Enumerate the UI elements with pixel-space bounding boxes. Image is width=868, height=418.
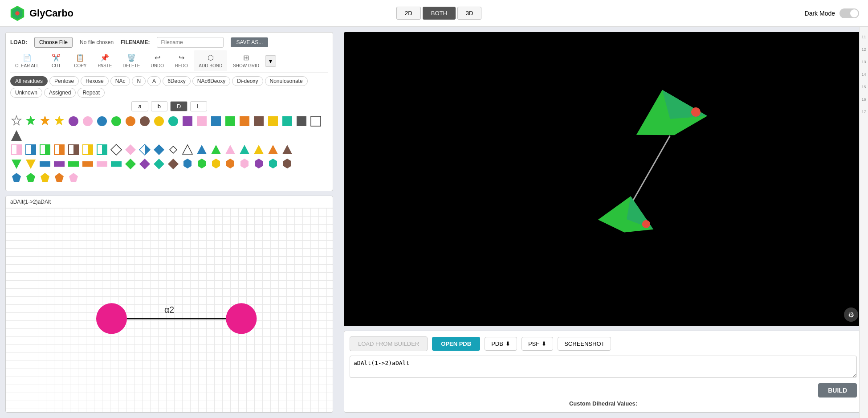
residue-triangle-green[interactable] (210, 143, 222, 156)
residue-hex-green[interactable] (196, 158, 208, 170)
residue-diamond-outline[interactable] (110, 143, 122, 156)
residue-circle-pink[interactable] (82, 115, 94, 127)
filter-pentose[interactable]: Pentose (49, 76, 79, 86)
view-3d-btn[interactable]: 3D (457, 7, 482, 20)
residue-hex-purple[interactable] (253, 158, 265, 170)
viewer-3d[interactable]: ⚙ (344, 32, 863, 326)
filter-6deoxy[interactable]: 6Deoxy (163, 76, 191, 86)
filter-hexose[interactable]: Hexose (81, 76, 109, 86)
viewer-settings-btn[interactable]: ⚙ (844, 307, 858, 322)
residue-square-pink[interactable] (196, 115, 208, 127)
filter-n[interactable]: N (132, 76, 146, 86)
build-btn[interactable]: BUILD (818, 383, 857, 398)
residue-tri-inv-yellow[interactable] (24, 158, 37, 170)
residue-square-orange[interactable] (238, 115, 251, 127)
dark-mode-toggle[interactable] (839, 8, 859, 18)
residue-diamond-brown[interactable] (167, 158, 179, 170)
filter-di-deoxy[interactable]: Di-deoxy (232, 76, 263, 86)
residue-star-1[interactable] (10, 115, 23, 127)
residue-triangle-pink[interactable] (224, 143, 236, 156)
residue-star-2[interactable] (24, 115, 37, 127)
show-grid-btn[interactable]: ⊞ SHOW GRID (228, 50, 264, 71)
residue-triangle-orange[interactable] (267, 143, 279, 156)
residue-hex-cyan2[interactable] (267, 158, 279, 170)
residue-hex-orange[interactable] (224, 158, 236, 170)
residue-half-sq-orange[interactable] (53, 143, 65, 156)
residue-hex-yellow[interactable] (210, 158, 222, 170)
delete-btn[interactable]: 🗑️ DELETE (118, 50, 145, 71)
residue-diamond-blue[interactable] (153, 143, 165, 156)
residue-star-4[interactable] (53, 115, 65, 127)
residue-half-sq-yellow[interactable] (82, 143, 94, 156)
residue-triangle-blue[interactable] (196, 143, 208, 156)
residue-square-green[interactable] (224, 115, 236, 127)
residue-circle-green[interactable] (110, 115, 122, 127)
residue-circle-blue[interactable] (96, 115, 108, 127)
residue-half-sq-green[interactable] (39, 143, 51, 156)
anomer-b[interactable]: b (151, 101, 167, 111)
filter-nonulosonate[interactable]: Nonulosonate (265, 76, 308, 86)
residue-half-sq-blue[interactable] (24, 143, 37, 156)
residue-rect-cyan[interactable] (110, 158, 122, 170)
screenshot-btn[interactable]: SCREENSHOT (558, 337, 611, 351)
residue-pent-green[interactable] (24, 172, 37, 184)
redo-btn[interactable]: ↪ REDO (170, 50, 193, 71)
view-2d-btn[interactable]: 2D (396, 7, 421, 20)
paste-btn[interactable]: 📌 PASTE (93, 50, 117, 71)
glycan-canvas[interactable]: α2 (6, 208, 333, 413)
save-as-btn[interactable]: SAVE AS... (231, 37, 268, 47)
residue-diamond-purple[interactable] (139, 158, 151, 170)
residue-square-blue[interactable] (210, 115, 222, 127)
residue-rect-orange[interactable] (82, 158, 94, 170)
residue-circle-orange[interactable] (124, 115, 137, 127)
residue-pent-orange[interactable] (53, 172, 65, 184)
residue-circle-cyan[interactable] (167, 115, 179, 127)
residue-star-3[interactable] (39, 115, 51, 127)
residue-hex-pink[interactable] (238, 158, 251, 170)
anomer-L[interactable]: L (190, 101, 207, 111)
residue-square-yellow[interactable] (267, 115, 279, 127)
undo-btn[interactable]: ↩ UNDO (146, 50, 169, 71)
psf-download-btn[interactable]: PSF ⬇ (522, 337, 553, 351)
residue-diamond-cyan2[interactable] (153, 158, 165, 170)
filename-input[interactable] (157, 37, 224, 48)
filter-nac6deoxy[interactable]: NAc6Deoxy (192, 76, 230, 86)
filter-a[interactable]: A (147, 76, 161, 86)
more-tools-btn[interactable]: ▾ (265, 55, 276, 67)
residue-square-purple[interactable] (181, 115, 194, 127)
residue-circle-brown[interactable] (139, 115, 151, 127)
residue-square-outline[interactable] (310, 115, 322, 127)
residue-diamond-green[interactable] (124, 158, 137, 170)
copy-btn[interactable]: 📋 COPY (69, 50, 92, 71)
residue-triangle-yellow[interactable] (253, 143, 265, 156)
residue-triangle-brown[interactable] (281, 143, 293, 156)
residue-tri-inv-green[interactable] (10, 158, 23, 170)
filter-nac[interactable]: NAc (110, 76, 130, 86)
load-from-builder-btn[interactable]: LOAD FROM BUILDER (350, 336, 428, 351)
pdb-download-btn[interactable]: PDB ⬇ (485, 337, 517, 351)
canvas-area[interactable]: α2 (6, 208, 333, 413)
filter-repeat[interactable]: Repeat (77, 88, 105, 98)
residue-triangle-dark[interactable] (10, 129, 23, 142)
residue-pent-yellow[interactable] (39, 172, 51, 184)
anomer-D[interactable]: D (170, 101, 187, 111)
residue-triangle-cyan[interactable] (238, 143, 251, 156)
residue-rect-pink[interactable] (96, 158, 108, 170)
residue-square-brown[interactable] (253, 115, 265, 127)
residue-square-dark[interactable] (295, 115, 308, 127)
residue-circle-yellow[interactable] (153, 115, 165, 127)
residue-rect-green[interactable] (67, 158, 80, 170)
anomer-a[interactable]: a (131, 101, 148, 111)
residue-half-sq-pink[interactable] (10, 143, 23, 156)
formula-input[interactable]: aDAlt(1->2)aDAlt (350, 356, 857, 378)
filter-unknown[interactable]: Unknown (10, 88, 42, 98)
residue-square-cyan[interactable] (281, 115, 293, 127)
clear-all-btn[interactable]: 📄 CLEAR ALL (10, 50, 44, 71)
residue-pent-pink[interactable] (67, 172, 80, 184)
residue-diamond-small-outline[interactable] (167, 143, 179, 156)
residue-hex-blue[interactable] (181, 158, 194, 170)
filter-assigned[interactable]: Assigned (44, 88, 76, 98)
residue-hex-brown[interactable] (281, 158, 293, 170)
residue-pent-blue[interactable] (10, 172, 23, 184)
cut-btn[interactable]: ✂️ CUT (45, 50, 68, 71)
